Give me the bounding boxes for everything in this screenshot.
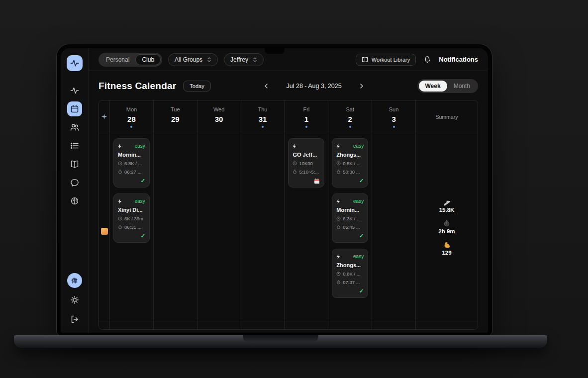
completed-check-icon: ✓ — [141, 233, 145, 239]
day-number: 31 — [259, 115, 267, 123]
day-header-sat[interactable]: Sat 2 — [328, 100, 372, 133]
sort-chevrons-icon — [253, 57, 257, 63]
next-week-button[interactable] — [357, 81, 367, 91]
day-header-mon[interactable]: Mon 28 — [110, 100, 154, 133]
book-icon — [70, 160, 79, 169]
main-panel: Personal Club All Groups Jeffrey — [89, 48, 488, 333]
view-week-tab[interactable]: Week — [419, 81, 447, 92]
day-activity-dot — [130, 126, 132, 128]
event-card[interactable]: easy Xinyi Di... 6K / 39m 06:31 ... ✓ — [113, 193, 150, 243]
scope-personal-tab[interactable]: Personal — [100, 54, 135, 65]
sidebar-bottom: 偉 — [67, 273, 82, 327]
intensity-label: easy — [135, 143, 145, 149]
groups-dropdown-value: All Groups — [175, 56, 202, 63]
gear-icon — [70, 295, 79, 304]
summary-header: Summary — [416, 100, 478, 133]
sidebar-item-insights[interactable] — [67, 193, 82, 208]
clock-icon — [336, 272, 341, 276]
day-column-mon[interactable]: easy Mornin... 6.8K / ... 06:27 ... ✓ ea… — [110, 133, 154, 321]
day-header-thu[interactable]: Thu 31 — [241, 100, 285, 133]
workout-bolt-icon — [118, 144, 122, 149]
day-column-tue[interactable] — [154, 133, 197, 321]
sidebar-item-plans[interactable] — [67, 138, 82, 153]
laptop-screen: 偉 Personal Club — [56, 44, 492, 336]
sidebar: 偉 — [61, 48, 89, 333]
day-activity-dot — [262, 126, 264, 128]
logout-button[interactable] — [67, 312, 82, 327]
settings-button[interactable] — [67, 292, 82, 307]
sidebar-item-calendar[interactable] — [67, 101, 82, 116]
athlete-marker-icon[interactable] — [101, 228, 108, 235]
sidebar-item-library[interactable] — [67, 157, 82, 172]
summary-distance-value: 15.8K — [439, 207, 455, 213]
brain-icon — [70, 196, 79, 205]
groups-dropdown[interactable]: All Groups — [168, 53, 218, 66]
day-header-sun[interactable]: Sun 3 — [372, 100, 416, 133]
calendar-grid: Mon 28 Tue 29 Wed 30 Th — [98, 100, 478, 330]
event-card[interactable]: easy Mornin... 6.8K / ... 06:27 ... ✓ — [113, 138, 150, 188]
open-book-icon — [362, 57, 368, 63]
intensity-label: easy — [353, 254, 364, 259]
day-activity-dot — [349, 126, 351, 128]
event-pace: 06:31 ... — [124, 224, 141, 230]
grid-stub-cell — [372, 321, 416, 329]
day-header-tue[interactable]: Tue 29 — [154, 100, 197, 133]
today-button[interactable]: Today — [183, 81, 210, 92]
event-distance: 0.8K / ... — [343, 271, 360, 277]
day-name: Sun — [389, 106, 399, 112]
date-range-label: Jul 28 - Aug 3, 2025 — [286, 83, 341, 90]
calendar-gutter — [99, 133, 110, 321]
completed-check-icon: ✓ — [141, 178, 145, 184]
day-name: Sat — [346, 106, 354, 112]
app-logo[interactable] — [67, 55, 83, 71]
athlete-dropdown[interactable]: Jeffrey — [224, 53, 264, 66]
event-distance: 6K / 39m — [124, 216, 143, 221]
event-card[interactable]: easy Zhongs... 0.5K / ... 50:30 ... ✓ — [332, 138, 368, 188]
event-card[interactable]: GO Jeff... 10K00 5:10~5:... — [288, 138, 324, 188]
summary-load-value: 129 — [442, 250, 451, 256]
event-distance: 6.8K / ... — [124, 161, 142, 166]
event-card[interactable]: easy Mornin... 6.3K / ... 05:45 ... ✓ — [332, 193, 368, 243]
event-card[interactable]: easy Zhongs... 0.8K / ... 07:37 ... ✓ — [332, 249, 368, 298]
summary-header-label: Summary — [436, 114, 458, 120]
event-distance: 0.5K / ... — [343, 161, 360, 166]
pace-icon — [336, 170, 341, 174]
muscle-icon — [443, 241, 450, 248]
day-number: 2 — [348, 115, 352, 123]
grid-stub-cell — [416, 321, 478, 329]
day-column-thu[interactable] — [241, 133, 285, 321]
logout-icon — [70, 315, 79, 324]
clock-icon — [293, 161, 297, 166]
day-header-wed[interactable]: Wed 30 — [197, 100, 241, 133]
workout-library-button[interactable]: Workout Library — [356, 54, 416, 66]
workout-bolt-icon — [293, 144, 296, 149]
day-column-fri[interactable]: GO Jeff... 10K00 5:10~5:... — [285, 133, 328, 321]
prev-week-button[interactable] — [261, 81, 271, 91]
sparkle-icon — [101, 114, 107, 119]
day-column-sat[interactable]: easy Zhongs... 0.5K / ... 50:30 ... ✓ ea… — [328, 133, 372, 321]
scope-club-tab[interactable]: Club — [135, 54, 161, 65]
top-bar: Personal Club All Groups Jeffrey — [89, 48, 488, 71]
event-title: Mornin... — [118, 152, 145, 158]
avatar[interactable]: 偉 — [67, 273, 82, 288]
summary-load: 129 — [442, 241, 451, 256]
workout-bolt-icon — [118, 199, 122, 204]
notifications-bell-button[interactable] — [423, 56, 431, 64]
notifications-label[interactable]: Notifications — [439, 56, 478, 63]
day-column-sun[interactable] — [372, 133, 416, 321]
athlete-dropdown-value: Jeffrey — [230, 56, 248, 63]
day-number: 28 — [127, 115, 136, 123]
view-toggle: Week Month — [417, 79, 479, 93]
sidebar-item-athletes[interactable] — [67, 120, 82, 135]
day-activity-dot — [305, 126, 307, 128]
view-month-tab[interactable]: Month — [447, 81, 477, 92]
day-number: 1 — [304, 115, 308, 123]
sidebar-item-activity[interactable] — [67, 83, 82, 98]
sidebar-item-messages[interactable] — [67, 175, 82, 190]
day-column-wed[interactable] — [197, 133, 241, 321]
day-name: Tue — [171, 106, 180, 112]
event-pace: 05:45 ... — [343, 224, 360, 230]
desktop-background: 偉 Personal Club — [0, 0, 588, 378]
chevron-left-icon — [264, 83, 269, 89]
day-header-fri[interactable]: Fri 1 — [285, 100, 328, 133]
